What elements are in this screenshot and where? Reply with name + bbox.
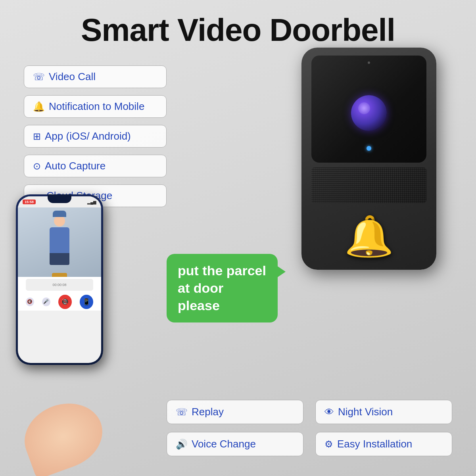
feature-app-label: App (iOS/ Android) xyxy=(45,130,131,142)
feature-replay: ☏ Replay xyxy=(167,400,303,424)
phone-answer-button[interactable]: 📱 xyxy=(80,295,93,309)
app-icon: ⊞ xyxy=(33,131,41,142)
camera-section xyxy=(311,56,426,163)
feature-easy-installation-label: Easy Installation xyxy=(337,438,412,450)
phone-screen: 15:58 ▂▄▆ 00:00:08 🔇 🎤 xyxy=(18,196,101,363)
phone-mute-icon[interactable]: 🔇 xyxy=(26,298,34,306)
phone-volume-icon[interactable]: 🎤 xyxy=(42,298,50,306)
speaker-grid xyxy=(311,167,426,203)
night-vision-icon: 👁 xyxy=(324,407,334,418)
feature-auto-capture: ⊙ Auto Capture xyxy=(24,155,167,177)
speech-line2: at door please xyxy=(178,280,223,313)
phone-time: 15:58 xyxy=(23,200,36,204)
feature-notification: 🔔 Notification to Mobile xyxy=(24,95,167,118)
feature-video-call-label: Video Call xyxy=(49,71,96,83)
feature-auto-capture-label: Auto Capture xyxy=(45,160,106,172)
phone-notch xyxy=(48,194,71,203)
page-title: Smart Video Doorbell xyxy=(0,12,476,48)
delivery-person xyxy=(44,215,75,277)
person-hat xyxy=(53,211,66,217)
person-head xyxy=(54,215,65,226)
feature-night-vision-label: Night Vision xyxy=(338,406,393,418)
doorbell-body: 🔔 xyxy=(301,48,436,270)
camera-led xyxy=(367,146,371,151)
person-box xyxy=(52,273,67,277)
phone-signal: ▂▄▆ xyxy=(87,200,96,204)
feature-app: ⊞ App (iOS/ Android) xyxy=(24,125,167,148)
bell-section: 🔔 xyxy=(311,203,426,270)
notification-icon: 🔔 xyxy=(33,101,45,112)
person-body xyxy=(50,227,69,253)
camera-dot xyxy=(368,61,370,64)
person-legs xyxy=(50,253,69,265)
speaker-section xyxy=(311,167,426,203)
video-call-icon: ☏ xyxy=(33,71,45,83)
easy-installation-icon: ⚙ xyxy=(324,439,333,450)
feature-voice-change: 🔊 Voice Change xyxy=(167,432,303,456)
replay-icon: ☏ xyxy=(176,407,188,418)
feature-night-vision: 👁 Night Vision xyxy=(315,400,452,424)
phone-mockup: 15:58 ▂▄▆ 00:00:08 🔇 🎤 xyxy=(16,194,103,365)
phone-video-area xyxy=(18,207,101,277)
feature-notification-label: Notification to Mobile xyxy=(49,100,144,113)
features-bottom-section: ☏ Replay 👁 Night Vision 🔊 Voice Change ⚙… xyxy=(167,400,452,456)
speech-line1: put the parcel xyxy=(178,263,266,278)
doorbell-device: 🔔 xyxy=(301,48,436,270)
speech-bubble: put the parcel at door please xyxy=(167,254,278,322)
auto-capture-icon: ⊙ xyxy=(33,161,41,172)
feature-replay-label: Replay xyxy=(192,406,224,418)
feature-voice-change-label: Voice Change xyxy=(192,438,256,450)
feature-easy-installation: ⚙ Easy Installation xyxy=(315,432,452,456)
phone-controls: 00:00:08 🔇 🎤 📵 📱 xyxy=(18,277,101,311)
camera-lens xyxy=(351,95,387,131)
phone-hangup-button[interactable]: 📵 xyxy=(58,295,72,309)
phone-body: 15:58 ▂▄▆ 00:00:08 🔇 🎤 xyxy=(16,194,103,365)
feature-video-call: ☏ Video Call xyxy=(24,65,167,88)
voice-change-icon: 🔊 xyxy=(176,439,188,450)
bell-icon: 🔔 xyxy=(344,213,394,260)
features-left-section: ☏ Video Call 🔔 Notification to Mobile ⊞ … xyxy=(24,65,167,207)
